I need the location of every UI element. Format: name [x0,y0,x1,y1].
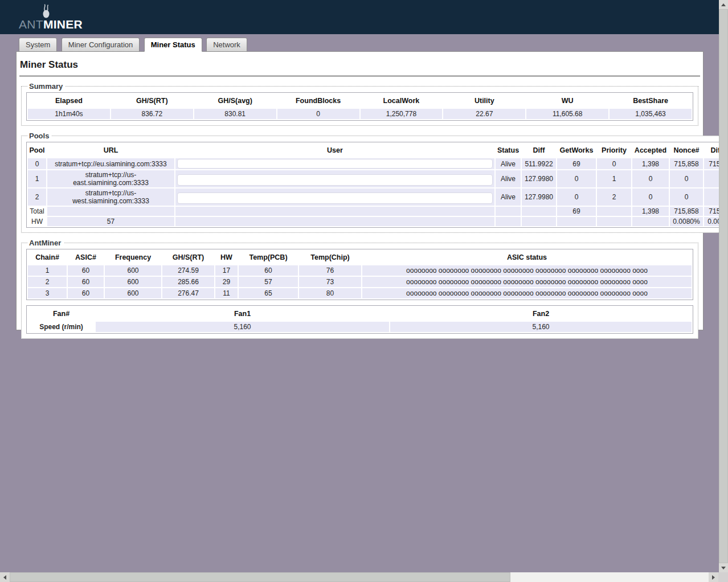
chain-temp-chip: 76 [299,265,361,276]
elapsed-value: 1h1m40s [28,109,110,119]
hw-nonce-pct: 0.0080% [670,217,703,226]
localwork-value: 1,250,778 [361,109,443,119]
tab-network[interactable]: Network [206,38,247,52]
user-field [177,192,493,204]
wu-value: 11,605.68 [526,109,608,119]
scroll-right-button[interactable] [709,572,718,582]
user-field [177,159,493,169]
hw-accepted [632,217,669,226]
total-label: Total [28,207,46,216]
column-header-accepted: Accepted [632,144,669,157]
column-header-url: URL [47,144,174,157]
scroll-left-button[interactable] [0,572,10,582]
column-header-user: User [175,144,494,157]
column-header-bestshare: BestShare [610,94,692,108]
tab-system[interactable]: System [19,38,57,52]
vertical-scrollbar[interactable] [719,0,728,572]
hw-diff [522,217,556,226]
column-header-chain-ghs: GH/S(RT) [162,251,214,264]
chain-hw: 29 [215,277,238,287]
chain-id: 3 [28,288,67,298]
chain-row-3: 3 60 600 276.47 11 65 80 oooooooo oooooo… [28,288,692,298]
column-header-temp-chip: Temp(Chip) [299,251,361,264]
bestshare-value: 1,035,463 [610,109,692,119]
right-arrow-icon [712,575,717,580]
column-header-asic: ASIC# [68,251,104,264]
pool-user [175,170,494,187]
column-header-chain: Chain# [28,251,67,264]
pools-legend: Pools [28,132,52,140]
chain-frequency: 600 [105,265,161,276]
chain-row-2: 2 60 600 285.66 29 57 73 oooooooo oooooo… [28,277,692,287]
fan-table: Fan# Fan1 Fan2 Speed (r/min) 5,160 5,160 [26,305,693,334]
hw-label: HW [28,217,46,226]
tab-miner-configuration[interactable]: Miner Configuration [62,38,140,52]
ant-icon [40,3,52,18]
pool-diff: 127.9980 [522,170,556,187]
chain-ghs: 276.47 [162,288,214,298]
pools-hw-row: HW 57 0.0080% 0.0080% [28,217,728,226]
logo-text: ANTMINER [19,18,83,31]
pool-user [175,188,494,206]
pool-row-2: 2 stratum+tcp://us-west.siamining.com:33… [28,188,728,206]
chain-header-row: Chain# ASIC# Frequency GH/S(RT) HW Temp(… [28,251,692,264]
up-arrow-icon [721,1,726,6]
scroll-up-button[interactable] [719,0,728,9]
chain-frequency: 600 [105,277,161,287]
column-header-frequency: Frequency [105,251,161,264]
hw-getworks [557,217,596,226]
pool-priority: 1 [597,170,631,187]
horizontal-scrollbar[interactable] [0,572,728,582]
column-header-getworks: GetWorks [557,144,596,157]
tab-miner-status[interactable]: Miner Status [144,38,202,52]
pool-id: 2 [28,188,46,206]
column-header-diff: Diff [522,144,556,157]
logo-text-miner: MINER [43,18,83,31]
total-user [175,207,494,216]
pool-id: 1 [28,170,46,187]
total-status [496,207,521,216]
foundblocks-value: 0 [277,109,359,119]
column-header-priority: Priority [597,144,631,157]
pool-status: Alive [496,170,521,187]
column-header-fan1: Fan1 [96,307,389,321]
scroll-down-button[interactable] [719,563,728,572]
hw-user [175,217,494,226]
hw-priority [597,217,631,226]
vertical-scrollbar-thumb[interactable] [719,9,728,563]
column-header-wu: WU [526,94,608,108]
title-divider [19,76,700,76]
column-header-chain-hw: HW [215,251,238,264]
pool-priority: 0 [597,158,631,169]
main-panel: Miner Status Summary Elapsed GH/S(RT) GH… [16,51,704,330]
horizontal-scrollbar-thumb[interactable] [10,572,510,582]
pools-table: Pool URL User Status Diff GetWorks Prior… [26,142,728,228]
summary-header-row: Elapsed GH/S(RT) GH/S(avg) FoundBlocks L… [28,94,692,108]
pools-header-row: Pool URL User Status Diff GetWorks Prior… [28,144,728,157]
total-accepted: 1,398 [632,207,669,216]
chain-frequency: 600 [105,288,161,298]
chain-asic-status: oooooooo oooooooo oooooooo oooooooo oooo… [362,265,692,276]
chain-asic: 60 [68,265,104,276]
antminer-logo: ANTMINER [19,3,99,32]
summary-table: Elapsed GH/S(RT) GH/S(avg) FoundBlocks L… [26,92,693,121]
pool-status: Alive [496,188,521,206]
column-header-elapsed: Elapsed [28,94,110,108]
column-header-localwork: LocalWork [361,94,443,108]
chain-asic: 60 [68,277,104,287]
pool-status: Alive [496,158,521,169]
scrollbar-corner [718,572,728,582]
app-header: ANTMINER [0,0,719,34]
column-header-asic-status: ASIC status [362,251,692,264]
pool-row-0: 0 stratum+tcp://eu.siamining.com:3333 Al… [28,158,728,169]
pool-accepted: 0 [632,188,669,206]
pool-getworks: 0 [557,188,596,206]
fan-speed-row: Speed (r/min) 5,160 5,160 [28,322,692,332]
user-field [177,174,493,186]
total-nonce: 715,858 [670,207,703,216]
chain-row-1: 1 60 600 274.59 17 60 76 oooooooo oooooo… [28,265,692,276]
ghs-avg-value: 830.81 [194,109,276,119]
total-url [47,207,174,216]
total-getworks: 69 [557,207,596,216]
pool-diff: 511.9922 [522,158,556,169]
